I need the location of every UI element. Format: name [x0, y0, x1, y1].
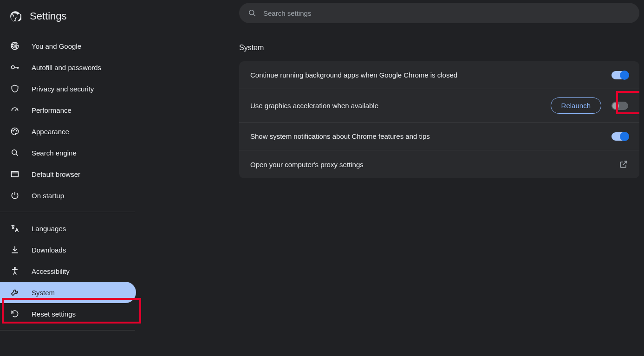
row-graphics-acceleration: Use graphics acceleration when available…: [239, 89, 639, 123]
sidebar-item-default-browser[interactable]: Default browser: [0, 163, 136, 185]
wrench-icon: [10, 288, 20, 297]
row-label: Continue running background apps when Go…: [250, 71, 457, 79]
toggle-graphics-acceleration[interactable]: [611, 102, 628, 110]
sidebar-item-label: On startup: [32, 192, 64, 200]
nav-group-1: You and Google Autofill and passwords Pr…: [0, 33, 142, 208]
sidebar-item-label: System: [32, 289, 55, 297]
sidebar-item-search-engine[interactable]: Search engine: [0, 142, 136, 163]
sidebar-item-label: You and Google: [32, 42, 81, 50]
power-icon: [10, 191, 20, 200]
svg-point-7: [14, 267, 16, 269]
sidebar-item-reset[interactable]: Reset settings: [0, 303, 136, 324]
relaunch-button[interactable]: Relaunch: [551, 97, 601, 114]
svg-point-2: [13, 130, 13, 131]
sidebar-item-on-startup[interactable]: On startup: [0, 185, 136, 206]
row-proxy-settings[interactable]: Open your computer's proxy settings: [239, 150, 639, 178]
search-bar[interactable]: [239, 3, 639, 23]
svg-point-5: [12, 150, 17, 155]
toggle-system-notifications[interactable]: [611, 132, 628, 141]
external-link-icon: [619, 160, 628, 169]
sidebar-item-privacy[interactable]: Privacy and security: [0, 78, 136, 99]
svg-rect-6: [12, 171, 19, 177]
row-label: Show system notifications about Chrome f…: [250, 132, 430, 140]
accessibility-icon: [10, 266, 20, 276]
sidebar-item-label: Search engine: [32, 149, 77, 157]
sidebar-divider: [0, 212, 135, 212]
svg-point-1: [12, 66, 15, 69]
sidebar-item-system[interactable]: System: [0, 282, 136, 303]
sidebar-item-you-google[interactable]: You and Google: [0, 35, 136, 57]
settings-sidebar: Settings You and Google Autofill and pas…: [0, 0, 142, 356]
shield-icon: [10, 84, 20, 93]
row-label: Use graphics acceleration when available: [250, 102, 378, 110]
sidebar-item-performance[interactable]: Performance: [0, 99, 136, 121]
sidebar-item-label: Languages: [32, 225, 66, 233]
row-background-apps: Continue running background apps when Go…: [239, 61, 639, 89]
svg-point-8: [249, 10, 254, 15]
main-content: System Continue running background apps …: [142, 0, 644, 356]
toggle-background-apps[interactable]: [611, 71, 628, 79]
svg-point-0: [14, 15, 17, 18]
search-icon: [10, 148, 20, 157]
row-label: Open your computer's proxy settings: [250, 161, 364, 168]
speedometer-icon: [10, 105, 20, 115]
svg-point-3: [14, 129, 15, 130]
browser-icon: [10, 169, 20, 179]
sidebar-item-label: Downloads: [32, 246, 66, 254]
search-input[interactable]: [263, 9, 631, 17]
palette-icon: [10, 127, 20, 136]
sidebar-item-accessibility[interactable]: Accessibility: [0, 260, 136, 282]
sidebar-item-label: Reset settings: [32, 310, 76, 318]
translate-icon: [10, 224, 20, 233]
svg-point-4: [16, 130, 17, 131]
sidebar-item-label: Accessibility: [32, 267, 70, 275]
sidebar-item-label: Privacy and security: [32, 85, 94, 93]
search-icon: [247, 8, 257, 18]
key-icon: [10, 63, 20, 72]
sidebar-item-downloads[interactable]: Downloads: [0, 239, 136, 260]
download-icon: [10, 245, 20, 254]
sidebar-item-label: Performance: [32, 106, 72, 114]
reset-icon: [10, 309, 20, 318]
sidebar-header: Settings: [0, 6, 142, 33]
sidebar-item-autofill[interactable]: Autofill and passwords: [0, 57, 136, 78]
nav-group-2: Languages Downloads Accessibility System…: [0, 216, 142, 326]
sidebar-item-languages[interactable]: Languages: [0, 218, 136, 239]
row-system-notifications: Show system notifications about Chrome f…: [239, 123, 639, 150]
page-title: Settings: [30, 10, 67, 22]
sidebar-item-label: Default browser: [32, 170, 80, 178]
google-icon: [10, 41, 20, 51]
system-settings-card: Continue running background apps when Go…: [239, 61, 639, 178]
section-title: System: [239, 44, 639, 52]
sidebar-item-label: Autofill and passwords: [32, 64, 101, 71]
sidebar-item-appearance[interactable]: Appearance: [0, 121, 136, 142]
sidebar-divider-2: [0, 330, 135, 330]
sidebar-item-label: Appearance: [32, 128, 69, 136]
chrome-logo-icon: [9, 10, 21, 22]
